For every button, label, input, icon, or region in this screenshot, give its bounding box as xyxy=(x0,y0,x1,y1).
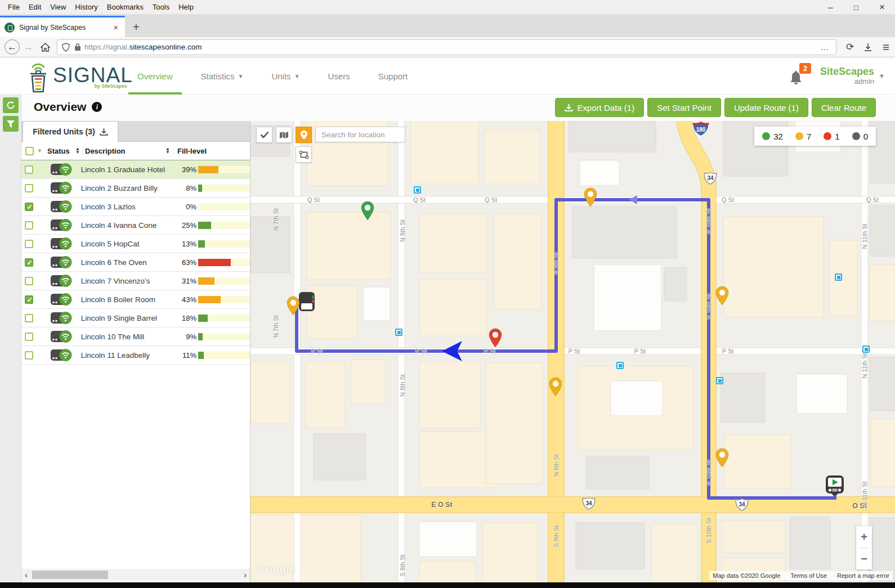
search-input[interactable] xyxy=(315,127,405,142)
table-row[interactable]: Lincoln 11 Leadbelly 11% xyxy=(21,346,250,365)
menu-history[interactable]: History xyxy=(70,1,102,14)
table-row[interactable]: Lincoln 5 HopCat 13% xyxy=(21,235,250,253)
table-row[interactable]: Lincoln 3 Lazlos 0% xyxy=(21,198,250,216)
filtered-units-tab[interactable]: Filtered Units (3) xyxy=(23,121,118,142)
zoom-out-button[interactable]: − xyxy=(856,548,872,569)
forward-button[interactable]: → xyxy=(20,39,37,55)
transit-stop-icon[interactable] xyxy=(616,362,624,369)
download-icon[interactable] xyxy=(859,39,877,55)
green-pin-marker[interactable] xyxy=(360,201,375,223)
transit-stop-icon[interactable] xyxy=(395,329,402,336)
menu-file[interactable]: File xyxy=(3,1,24,14)
row-checkbox[interactable] xyxy=(25,221,33,230)
url-overflow-icon[interactable]: … xyxy=(818,42,831,52)
account-menu[interactable]: SiteScapes admin xyxy=(820,66,874,86)
table-row[interactable]: Lincoln 1 Graduate Hotel 39% xyxy=(21,160,250,179)
scroll-left-icon[interactable]: ‹ xyxy=(21,571,31,580)
zoom-in-button[interactable]: + xyxy=(856,526,872,547)
add-marker-button[interactable] xyxy=(296,127,312,143)
row-checkbox[interactable] xyxy=(25,277,33,285)
table-row[interactable]: Lincoln 4 Ivanna Cone 25% xyxy=(21,216,250,235)
row-checkbox[interactable] xyxy=(25,165,33,174)
sort-description-icon[interactable]: ▲▼ xyxy=(165,147,170,154)
table-row[interactable]: Lincoln 8 Boiler Room 43% xyxy=(21,290,250,309)
update-route-1-button[interactable]: Update Route (1) xyxy=(724,98,808,117)
column-description[interactable]: Description xyxy=(85,147,126,155)
street-label: N 10th St xyxy=(705,460,712,486)
tab-close-icon[interactable]: × xyxy=(111,23,120,32)
yellow-pin-marker[interactable] xyxy=(715,448,730,470)
unit-device-marker[interactable] xyxy=(298,291,315,315)
export-data-1-button[interactable]: Export Data (1) xyxy=(555,98,644,117)
horizontal-scrollbar[interactable]: ‹ › xyxy=(21,569,250,581)
info-icon[interactable]: i xyxy=(92,102,102,112)
table-row[interactable]: Lincoln 9 Single Barrel 18% xyxy=(21,309,250,327)
table-row[interactable]: Lincoln 2 Buzzard Billy 8% xyxy=(21,179,250,198)
set-start-point-button[interactable]: Set Start Point xyxy=(647,98,721,117)
yellow-pin-marker[interactable] xyxy=(548,377,563,400)
url-field[interactable]: https://signal.sitescapesonline.com … xyxy=(57,39,836,55)
menu-help[interactable]: Help xyxy=(174,1,198,14)
scrollbar-thumb[interactable] xyxy=(32,571,108,579)
column-status[interactable]: Status xyxy=(47,147,70,155)
row-checkbox[interactable] xyxy=(25,333,33,341)
hamburger-menu-icon[interactable]: ≡ xyxy=(877,39,895,55)
row-checkbox[interactable] xyxy=(25,203,33,211)
nav-overview[interactable]: Overview xyxy=(128,57,182,95)
row-checkbox[interactable] xyxy=(25,258,33,267)
maximize-button[interactable]: □ xyxy=(843,0,869,15)
unit-description: Lincoln 3 Lazlos xyxy=(79,203,174,211)
nav-units[interactable]: Units▼ xyxy=(262,57,308,95)
reload-icon[interactable]: ⟳ xyxy=(841,39,859,55)
nav-support[interactable]: Support xyxy=(369,57,417,95)
map-layers-button[interactable] xyxy=(276,127,292,143)
minimize-button[interactable]: ─ xyxy=(817,0,843,15)
select-all-checkbox[interactable] xyxy=(25,147,34,155)
row-checkbox[interactable] xyxy=(25,184,33,192)
yellow-pin-marker[interactable] xyxy=(286,296,301,318)
red-pin-marker[interactable] xyxy=(488,328,503,351)
row-checkbox[interactable] xyxy=(25,314,33,322)
close-button[interactable]: × xyxy=(869,0,895,15)
notifications-button[interactable]: 2 xyxy=(789,65,808,87)
row-checkbox[interactable] xyxy=(25,240,33,248)
yellow-pin-marker[interactable] xyxy=(715,286,730,308)
legend-dot-icon xyxy=(795,132,803,140)
confirm-selection-button[interactable] xyxy=(256,127,272,143)
select-area-button[interactable] xyxy=(296,146,312,163)
map[interactable]: Q StQ StQ StQ StQ StP StP StP StP StP St… xyxy=(250,121,895,582)
home-icon[interactable] xyxy=(37,39,53,55)
nav-statistics[interactable]: Statistics▼ xyxy=(192,57,253,95)
transit-stop-icon[interactable] xyxy=(862,345,870,353)
column-fill-level[interactable]: Fill-level xyxy=(177,147,207,155)
unit-status-icon xyxy=(50,200,73,213)
transit-stop-icon[interactable] xyxy=(414,186,421,194)
sort-status-icon[interactable]: ▲▼ xyxy=(75,147,80,154)
selection-dropdown-icon[interactable]: ▼ xyxy=(37,148,47,154)
yellow-pin-marker[interactable] xyxy=(583,187,598,210)
terms-of-use-link[interactable]: Terms of Use xyxy=(790,572,827,579)
menu-edit[interactable]: Edit xyxy=(24,1,46,14)
row-checkbox[interactable] xyxy=(25,351,33,360)
back-button[interactable]: ← xyxy=(5,39,20,55)
export-list-icon[interactable] xyxy=(100,128,108,136)
menu-view[interactable]: View xyxy=(46,1,70,14)
row-checkbox[interactable] xyxy=(25,295,33,304)
new-tab-button[interactable]: + xyxy=(125,21,147,37)
table-row[interactable]: Lincoln 6 The Oven 63% xyxy=(21,253,250,272)
route-start-truck-marker[interactable] xyxy=(825,475,844,500)
table-row[interactable]: Lincoln 7 Vincenzo’s 31% xyxy=(21,272,250,290)
transit-stop-icon[interactable] xyxy=(835,273,842,281)
street-label: Q St xyxy=(413,196,426,203)
menu-bookmarks[interactable]: Bookmarks xyxy=(102,1,148,14)
scroll-right-icon[interactable]: › xyxy=(240,571,250,580)
report-map-error-link[interactable]: Report a map error xyxy=(837,572,889,579)
filter-button[interactable] xyxy=(3,116,19,132)
nav-users[interactable]: Users xyxy=(319,57,359,95)
table-row[interactable]: Lincoln 10 The Mill 9% xyxy=(21,327,250,346)
transit-stop-icon[interactable] xyxy=(716,377,723,384)
menu-tools[interactable]: Tools xyxy=(148,1,174,14)
refresh-button[interactable] xyxy=(3,97,19,113)
browser-tab[interactable]: Signal by SiteScapes × xyxy=(0,16,125,37)
clear-route-button[interactable]: Clear Route xyxy=(812,98,876,117)
